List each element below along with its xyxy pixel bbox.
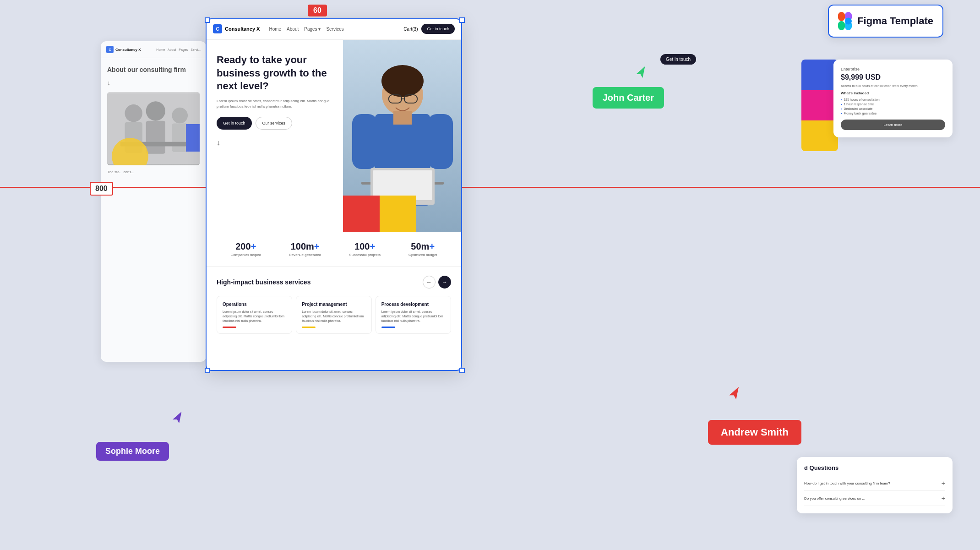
- left-card-image: [107, 92, 200, 165]
- measurement-badge-60: 60: [308, 5, 327, 16]
- stat-label-budget: Optimized budget: [408, 253, 437, 257]
- figma-title-text: Figma Template: [857, 15, 933, 27]
- pricing-card: Enterprise $9,999 USD Access to 530 hour…: [833, 60, 953, 137]
- hero-left: Ready to take your business growth to th…: [206, 40, 352, 232]
- pricing-features-list: 325 hours of consultation 1 hour respons…: [841, 98, 945, 115]
- main-logo: C Consultancy X: [213, 24, 260, 33]
- svg-point-3: [146, 102, 165, 121]
- john-carter-badge: John Carter: [593, 87, 664, 109]
- left-preview-card: C Consultancy X Home About Pages Servi..…: [101, 41, 206, 362]
- faq-expand-icon-1[interactable]: +: [942, 479, 945, 487]
- stat-label-revenue: Revenue generated: [289, 253, 321, 257]
- sophie-moore-badge: Sophie Moore: [96, 442, 169, 461]
- color-swatches: [801, 60, 838, 151]
- hero-right-image: [343, 40, 462, 232]
- hero-arrow-down: ↓: [217, 139, 220, 147]
- services-title: High-impact business services: [217, 278, 310, 286]
- service-card-project-mgmt: Project management Lorem ipsum dolor sit…: [296, 296, 371, 334]
- service-card-line-pm: [302, 327, 316, 328]
- svg-rect-22: [838, 12, 845, 21]
- service-card-line-ops: [223, 327, 236, 328]
- left-card-title: About our consulting firm: [107, 65, 200, 74]
- stats-section: 200+ Companies helped 100m+ Revenue gene…: [206, 232, 462, 267]
- faq-expand-icon-2[interactable]: +: [942, 495, 945, 502]
- main-nav-links: Home About Pages ▾ Services: [269, 27, 343, 32]
- faq-item-1: How do I get in touch with your consulti…: [804, 476, 945, 491]
- stat-label-companies: Companies helped: [230, 253, 261, 257]
- andrew-smith-badge: Andrew Smith: [708, 420, 801, 445]
- stat-number-projects: 100+: [349, 241, 381, 252]
- main-nav-right: Cart(3) Get in touch: [403, 24, 455, 34]
- left-card-body: About our consulting firm ↓: [101, 58, 206, 181]
- services-section: High-impact business services ← → Operat…: [206, 267, 462, 343]
- main-logo-icon: C: [213, 24, 222, 33]
- service-card-desc-ops: Lorem ipsum dolor sit amet, consec adipi…: [223, 310, 286, 323]
- left-logo: C Consultancy X: [106, 46, 141, 53]
- svg-rect-14: [428, 114, 453, 169]
- hero-person-image: [343, 40, 462, 232]
- handle-top-right[interactable]: [459, 17, 465, 23]
- svg-rect-15: [393, 111, 412, 125]
- svg-rect-24: [838, 21, 845, 30]
- main-nav: C Consultancy X Home About Pages ▾ Servi…: [206, 18, 462, 40]
- pricing-description: Access to 530 hours of consultation work…: [841, 84, 945, 87]
- svg-rect-13: [352, 114, 377, 169]
- measurement-badge-800: 800: [90, 182, 113, 196]
- svg-point-1: [125, 104, 142, 122]
- svg-rect-6: [172, 124, 188, 152]
- pricing-feature-1: 325 hours of consultation: [841, 98, 945, 101]
- hero-section: Ready to take your business growth to th…: [206, 40, 462, 232]
- hero-our-services-button[interactable]: Our services: [256, 117, 293, 130]
- faq-question-1: How do I get in touch with your consulti…: [804, 481, 942, 485]
- learn-more-button[interactable]: Learn more: [841, 120, 945, 130]
- stat-budget: 50m+ Optimized budget: [408, 241, 437, 257]
- pricing-whats-included: What's included: [841, 91, 945, 95]
- pricing-feature-4: Money-back guarantee: [841, 112, 945, 115]
- service-card-title-pd: Process development: [381, 302, 445, 307]
- hero-title: Ready to take your business growth to th…: [217, 54, 341, 93]
- hero-description: Lorem ipsum dolor sit amet, consectetur …: [217, 98, 341, 109]
- swatch-blue: [801, 60, 838, 90]
- faq-card: d Questions How do I get in touch with y…: [797, 457, 953, 513]
- stat-number-revenue: 100m+: [289, 241, 321, 252]
- handle-top-left[interactable]: [205, 17, 210, 23]
- pricing-price: $9,999 USD: [841, 73, 945, 82]
- pricing-feature-2: 1 hour response time: [841, 103, 945, 106]
- stat-projects: 100+ Successful projects: [349, 241, 381, 257]
- pricing-tier-label: Enterprise: [841, 67, 945, 71]
- service-card-operations: Operations Lorem ipsum dolor sit amet, c…: [217, 296, 292, 334]
- handle-bottom-left[interactable]: [205, 368, 210, 373]
- handle-bottom-right[interactable]: [459, 368, 465, 373]
- stat-companies: 200+ Companies helped: [230, 241, 261, 257]
- left-arrow-down: ↓: [107, 79, 200, 87]
- service-card-title-pm: Project management: [302, 302, 365, 307]
- svg-point-11: [381, 65, 424, 97]
- service-card-line-pd: [381, 327, 395, 328]
- swatch-pink: [801, 90, 838, 121]
- services-next-arrow[interactable]: →: [438, 276, 451, 289]
- svg-point-5: [172, 108, 188, 124]
- logo-icon: C: [106, 46, 114, 53]
- left-card-nav: C Consultancy X Home About Pages Servi..…: [101, 41, 206, 58]
- stat-number-budget: 50m+: [408, 241, 437, 252]
- measurement-line: [0, 187, 980, 188]
- services-prev-arrow[interactable]: ←: [423, 276, 436, 289]
- stat-revenue: 100m+ Revenue generated: [289, 241, 321, 257]
- hero-buttons: Get in touch Our services: [217, 117, 341, 130]
- service-card-process-dev: Process development Lorem ipsum dolor si…: [376, 296, 451, 334]
- pricing-feature-3: Dedicated associate: [841, 107, 945, 110]
- blue-rect-deco: [186, 124, 200, 152]
- nav-get-in-touch-button[interactable]: Get in touch: [421, 24, 455, 34]
- services-nav-arrows: ← →: [423, 276, 451, 289]
- hero-get-in-touch-button[interactable]: Get in touch: [217, 117, 252, 130]
- service-cards: Operations Lorem ipsum dolor sit amet, c…: [217, 296, 451, 334]
- stat-number-companies: 200+: [230, 241, 261, 252]
- services-header: High-impact business services ← →: [217, 276, 451, 289]
- faq-item-2: Do you offer consulting services on ... …: [804, 491, 945, 506]
- figma-logo-icon: [838, 12, 852, 30]
- service-card-title-ops: Operations: [223, 302, 286, 307]
- get-in-touch-small-badge: Get in touch: [660, 54, 696, 65]
- faq-title: d Questions: [804, 464, 945, 471]
- service-card-desc-pm: Lorem ipsum dolor sit amet, consec adipi…: [302, 310, 365, 323]
- figma-template-badge: Figma Template: [828, 5, 943, 38]
